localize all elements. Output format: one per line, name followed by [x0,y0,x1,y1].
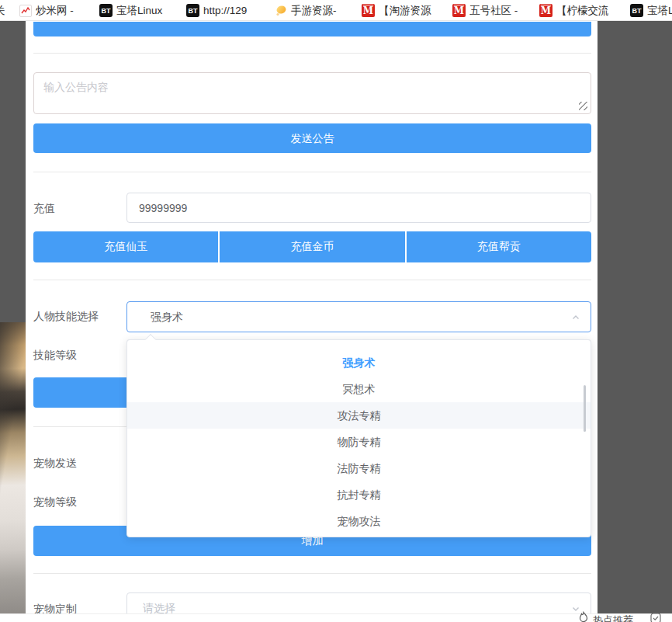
hot-recommend-bar[interactable]: 热点推荐 [0,613,672,622]
pet-level-label: 宠物等级 [33,494,77,509]
bt-icon: BT [186,4,199,17]
bookmark-label: http://129 [203,5,247,16]
dropdown-option-hovered[interactable]: 攻法专精 [127,402,591,429]
recharge-label: 充值 [33,200,55,216]
bookmark-label: 宝塔L [647,4,672,18]
bookmark-label: 炒米网 - [36,4,74,18]
pet-send-label: 宠物发送 [33,455,77,471]
skill-level-label: 技能等级 [33,347,77,363]
dropdown-option-selected[interactable]: 强身术 [127,349,591,376]
divider [33,53,591,54]
bookmark-item-baota-linux[interactable]: BT 宝塔Linux [99,0,162,21]
send-announcement-button[interactable]: 发送公告 [33,123,591,153]
recharge-xianyu-button[interactable]: 充值仙玉 [33,231,218,262]
skill-select-value: 强身术 [151,311,183,323]
bt-icon: BT [630,4,643,17]
bookmark-label: 【淘游资源 [379,4,431,18]
gold-icon [275,5,287,17]
bookmark-item-wuhao[interactable]: M 五号社区 - [452,0,518,21]
recharge-jinbi-button[interactable]: 充值金币 [220,231,404,262]
browser-viewport: 关 炒米网 - BT 宝塔Linux BT http://129 [0,0,672,622]
skill-dropdown-panel: 强身术 冥想术 攻法专精 物防专精 法防专精 抗封专精 宠物攻法 [126,339,591,537]
m-icon: M [362,4,375,17]
dropdown-option[interactable]: 物防专精 [127,429,591,455]
announcement-textarea[interactable] [33,72,591,114]
bookmarks-bar: 关 炒米网 - BT 宝塔Linux BT http://129 [0,0,672,21]
bookmark-item-baota2[interactable]: BT 宝塔L [630,0,672,21]
hot-recommend-label: 热点推荐 [593,613,633,622]
divider [33,280,591,280]
flame-icon [577,611,590,622]
bookmark-item-cut[interactable]: 关 [0,0,5,21]
bookmark-label: 五号社区 - [469,4,518,18]
bookmark-label: 宝塔Linux [116,4,162,18]
bookmark-item-shouyou[interactable]: 手游资源- [275,0,337,21]
dropdown-scrollbar-thumb[interactable] [584,385,586,432]
bookmark-item-ningmeng[interactable]: M 【柠檬交流 [539,0,609,21]
skill-select-label: 人物技能选择 [33,308,99,324]
dropdown-option[interactable]: 抗封专精 [127,481,591,508]
bookmark-item-http129[interactable]: BT http://129 [186,0,247,21]
m-icon: M [539,4,552,17]
top-cropped-button[interactable] [33,22,591,36]
background-photo [0,322,26,613]
chevron-up-icon [572,314,580,321]
textarea-resize-handle[interactable] [579,102,587,110]
bt-icon: BT [99,4,113,17]
left-gutter [0,21,26,322]
recharge-banggong-button[interactable]: 充值帮贡 [407,231,591,262]
chart-icon [19,5,32,17]
dropdown-option[interactable]: 冥想术 [127,376,591,402]
dropdown-option[interactable]: 法防专精 [127,455,591,481]
bookmark-label: 手游资源- [291,4,337,18]
pet-custom-placeholder: 请选择 [143,602,175,614]
dropdown-option[interactable]: 宠物攻法 [127,508,591,534]
m-icon: M [452,4,466,17]
divider [33,573,591,574]
right-gutter [598,21,672,613]
recharge-button-group: 充值仙玉 充值金币 充值帮贡 [33,231,591,262]
bookmark-item-chaomiwang[interactable]: 炒米网 - [19,0,74,21]
bookmark-label: 关 [0,4,5,18]
recharge-amount-input[interactable] [126,193,591,223]
bookmark-item-taoyou[interactable]: M 【淘游资源 [362,0,431,21]
bookmark-label: 【柠檬交流 [556,4,609,18]
divider [33,172,591,172]
check-square-icon[interactable] [650,613,661,622]
skill-select[interactable]: 强身术 [126,301,591,332]
